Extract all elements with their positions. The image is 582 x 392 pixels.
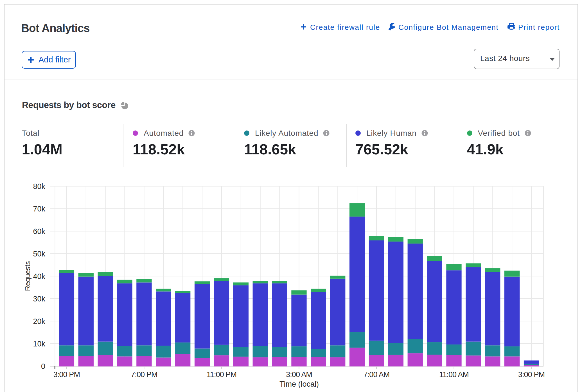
svg-text:3:00 AM: 3:00 AM xyxy=(286,370,312,379)
svg-text:40k: 40k xyxy=(33,272,45,281)
svg-text:11:00 PM: 11:00 PM xyxy=(207,370,236,379)
svg-text:7:00 PM: 7:00 PM xyxy=(131,370,157,379)
svg-text:7:00 AM: 7:00 AM xyxy=(364,370,390,379)
svg-text:20k: 20k xyxy=(33,317,45,326)
svg-text:11:00 AM: 11:00 AM xyxy=(439,370,469,379)
svg-text:3:00 PM: 3:00 PM xyxy=(518,370,545,379)
svg-text:Requests: Requests xyxy=(23,261,32,291)
svg-text:80k: 80k xyxy=(33,182,45,191)
svg-text:50k: 50k xyxy=(33,250,45,258)
svg-text:0: 0 xyxy=(41,362,45,371)
svg-text:60k: 60k xyxy=(33,227,45,236)
svg-text:70k: 70k xyxy=(33,205,45,213)
svg-text:3:00 PM: 3:00 PM xyxy=(53,370,80,379)
svg-text:Time (local): Time (local) xyxy=(279,380,319,388)
svg-text:10k: 10k xyxy=(33,340,45,348)
svg-text:30k: 30k xyxy=(33,295,45,303)
